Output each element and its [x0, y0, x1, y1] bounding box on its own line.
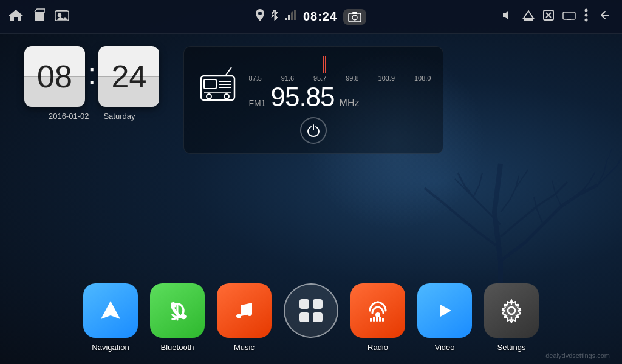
- clock-info: 2016-01-02 Saturday: [49, 112, 135, 121]
- svg-rect-14: [563, 12, 575, 19]
- svg-rect-11: [352, 12, 357, 14]
- apps-dot-1: [299, 299, 309, 309]
- clock-hours: 08: [24, 46, 85, 107]
- status-time: 08:24: [303, 10, 337, 24]
- app-item-radio[interactable]: Radio: [350, 283, 405, 352]
- status-bar: 08:24: [0, 0, 622, 34]
- volume-icon[interactable]: [502, 10, 514, 24]
- svg-rect-2: [56, 10, 67, 11]
- music-label: Music: [234, 343, 255, 352]
- radio-band: FM1: [248, 98, 265, 108]
- svg-point-3: [58, 14, 61, 17]
- bluetooth-icon: [150, 283, 205, 338]
- svg-rect-8: [294, 10, 296, 20]
- camera-button[interactable]: [343, 9, 366, 25]
- bluetooth-status-icon[interactable]: [270, 9, 279, 24]
- radio-app-icon: [350, 283, 405, 338]
- apps-dot-4: [313, 312, 323, 322]
- svg-rect-9: [349, 13, 361, 22]
- radio-frequency-number: 95.85: [270, 82, 334, 112]
- apps-circle: [284, 283, 338, 338]
- video-label: Video: [434, 343, 454, 352]
- clock-date: 2016-01-02: [49, 112, 89, 121]
- main-content: 08 : 24 2016-01-02 Saturday: [0, 34, 622, 364]
- bluetooth-label: Bluetooth: [161, 343, 194, 352]
- apps-center-label: [310, 343, 312, 352]
- watermark: dealydvdsettings.com: [545, 352, 610, 359]
- flip-clock-widget: 08 : 24 2016-01-02 Saturday: [24, 46, 159, 121]
- svg-rect-0: [35, 12, 44, 21]
- svg-rect-6: [288, 15, 290, 20]
- freq-label-1: 87.5: [248, 75, 261, 82]
- apps-dot-2: [313, 299, 323, 309]
- home-icon[interactable]: [7, 8, 24, 25]
- top-widgets: 08 : 24 2016-01-02 Saturday: [0, 34, 622, 277]
- freq-label-5: 103.9: [378, 75, 395, 82]
- app-grid: Navigation Bluetooth: [0, 277, 622, 364]
- navigation-icon: [83, 283, 138, 338]
- svg-rect-29: [323, 56, 324, 73]
- clock-day: Saturday: [103, 112, 135, 121]
- radio-icon-box[interactable]: [196, 63, 239, 106]
- gallery-icon[interactable]: [55, 9, 69, 24]
- status-left-icons: [7, 8, 256, 25]
- radio-power-section: [196, 117, 431, 144]
- settings-label: Settings: [497, 343, 526, 352]
- clock-colon: :: [87, 55, 96, 98]
- freq-label-3: 95.7: [313, 75, 326, 82]
- radio-freq-display: for(let i=0; i<120; i++) { let h = (i%10…: [248, 56, 431, 112]
- clock-minutes: 24: [98, 46, 159, 107]
- status-right-icons: [366, 8, 615, 25]
- radio-app-label: Radio: [367, 343, 388, 352]
- apps-dot-3: [299, 312, 309, 322]
- status-center: 08:24: [256, 9, 366, 25]
- app-item-bluetooth[interactable]: Bluetooth: [150, 283, 205, 352]
- location-icon[interactable]: [256, 9, 264, 24]
- svg-rect-31: [370, 318, 372, 322]
- svg-rect-35: [382, 318, 384, 322]
- app-item-settings[interactable]: Settings: [484, 283, 539, 352]
- freq-label-2: 91.6: [281, 75, 294, 82]
- freq-label-4: 99.8: [346, 75, 358, 82]
- svg-point-25: [207, 94, 211, 99]
- app-item-navigation[interactable]: Navigation: [83, 283, 138, 352]
- radio-main-frequency: FM1 95.85 MHz: [248, 82, 431, 112]
- svg-rect-32: [373, 317, 375, 322]
- back-icon[interactable]: [596, 8, 615, 25]
- menu-dots-icon[interactable]: [584, 8, 588, 25]
- svg-rect-33: [376, 315, 378, 322]
- svg-rect-5: [285, 18, 287, 20]
- signal-icon: [285, 10, 297, 23]
- app-item-music[interactable]: Music: [217, 283, 272, 352]
- radio-top: for(let i=0; i<120; i++) { let h = (i%10…: [196, 56, 431, 112]
- freq-label-6: 108.0: [414, 75, 431, 82]
- tablet-icon[interactable]: [562, 10, 576, 23]
- video-icon: [417, 283, 472, 338]
- svg-point-4: [258, 12, 262, 15]
- svg-point-17: [585, 14, 588, 17]
- radio-unit: MHz: [340, 98, 360, 109]
- close-icon[interactable]: [543, 10, 554, 24]
- freq-scale-bar: for(let i=0; i<120; i++) { let h = (i%10…: [248, 56, 431, 73]
- svg-rect-34: [379, 317, 381, 322]
- eject-icon[interactable]: [522, 9, 535, 24]
- freq-needle: [325, 56, 326, 73]
- radio-widget: for(let i=0; i<120; i++) { let h = (i%10…: [183, 46, 443, 154]
- svg-point-18: [585, 19, 588, 22]
- svg-line-27: [225, 67, 231, 76]
- svg-point-10: [352, 15, 357, 20]
- sdcard-icon[interactable]: [34, 8, 45, 25]
- app-item-video[interactable]: Video: [417, 283, 472, 352]
- svg-point-26: [224, 94, 229, 99]
- navigation-label: Navigation: [92, 343, 129, 352]
- app-item-apps-center[interactable]: [284, 283, 338, 352]
- apps-dots-grid: [299, 299, 323, 322]
- freq-labels: 87.5 91.6 95.7 99.8 103.9 108.0: [248, 75, 431, 82]
- svg-point-16: [585, 9, 588, 12]
- svg-rect-20: [204, 79, 216, 89]
- clock-digits: 08 : 24: [24, 46, 159, 107]
- settings-icon: [484, 283, 539, 338]
- music-icon: [217, 283, 272, 338]
- radio-power-button[interactable]: [300, 117, 327, 144]
